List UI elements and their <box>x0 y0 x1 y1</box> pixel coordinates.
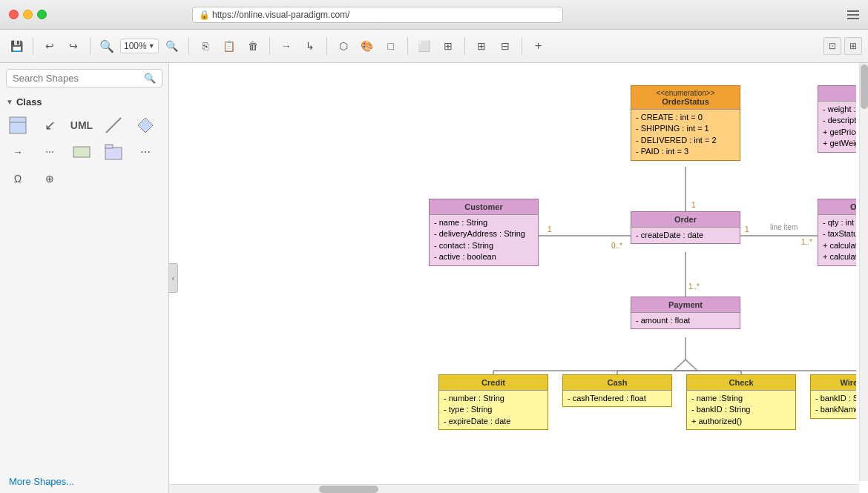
search-input[interactable] <box>13 73 144 84</box>
class-item[interactable]: Item - weight : float - description : St… <box>818 85 856 153</box>
undo-button[interactable]: ↩ <box>39 36 60 56</box>
toolbar-divider-4 <box>269 37 270 55</box>
shape-interface[interactable] <box>70 140 93 164</box>
canvas-area[interactable]: 1 1 0..* 1 0..* 1 line item 1..* 1..* <box>169 63 868 493</box>
add-button[interactable]: + <box>528 36 549 56</box>
class-wiretransfer-body: - bankID : String - bankName : String <box>811 391 856 418</box>
shape-plus[interactable]: ⊕ <box>38 167 62 191</box>
wiretransfer-attr-2: - bankName : String <box>815 404 856 415</box>
toolbar-divider-5 <box>326 37 327 55</box>
sidebar-section-class[interactable]: ▼ Class <box>0 93 168 110</box>
distribute-button[interactable]: ⊞ <box>438 36 458 56</box>
item-method-1: + getPriceForQuantity() <box>823 127 856 138</box>
svg-marker-3 <box>138 118 153 133</box>
class-order-header: Order <box>631 212 740 228</box>
class-wiretransfer[interactable]: WireTransfer - bankID : String - bankNam… <box>810 374 856 419</box>
menu-icon[interactable] <box>847 10 859 19</box>
toolbar: 💾 ↩ ↪ 🔍 100% ▼ 🔍 ⎘ 📋 🗑 → ↳ ⬡ 🎨 □ ⬜ ⊞ ⊞ ⊟… <box>0 30 868 63</box>
shape-class[interactable] <box>6 113 30 137</box>
wiretransfer-attr-1: - bankID : String <box>815 393 856 404</box>
sidebar: 🔍 ▼ Class ↙ UML → <box>0 63 169 493</box>
class-orderstatus[interactable]: <<enumeration>> OrderStatus - CREATE : i… <box>631 85 740 161</box>
svg-text:1: 1 <box>745 225 749 234</box>
scrollbar-vertical[interactable] <box>859 63 868 481</box>
class-customer-header: Customer <box>430 199 538 215</box>
scrollbar-thumb-vertical[interactable] <box>861 64 868 109</box>
class-cash-body: - cashTendered : float <box>563 391 671 406</box>
credit-attr-1: - number : String <box>444 393 543 404</box>
paste-button[interactable]: 📋 <box>219 36 240 56</box>
toolbar-divider-1 <box>33 37 33 55</box>
class-orderdetail[interactable]: OrderDetail - qty : int - taxStatus : St… <box>818 199 856 266</box>
align-button[interactable]: ⬜ <box>414 36 435 56</box>
toolbar-divider-2 <box>90 37 91 55</box>
class-orderstatus-header: <<enumeration>> OrderStatus <box>631 86 740 110</box>
orderstatus-attr-1: - CREATE : int = 0 <box>636 112 735 123</box>
toolbar-divider-3 <box>188 37 189 55</box>
search-icon: 🔍 <box>144 73 156 84</box>
elbow-button[interactable]: ↳ <box>300 36 320 56</box>
shape-text[interactable]: UML <box>70 113 93 137</box>
class-cash[interactable]: Cash - cashTendered : float <box>562 374 672 407</box>
format-button[interactable]: ⬡ <box>333 36 354 56</box>
svg-line-2 <box>106 118 121 133</box>
shape-arrow[interactable]: → <box>6 140 30 164</box>
class-payment[interactable]: Payment - amount : float <box>631 297 740 329</box>
shape-dots[interactable]: ⋯ <box>38 140 62 164</box>
orderstatus-attr-3: - DELIVERED : int = 2 <box>636 135 735 146</box>
collapse-sidebar-handle[interactable]: ‹ <box>169 263 178 293</box>
layout-tools: ⊡ ⊞ <box>823 37 862 55</box>
scrollbar-thumb-horizontal[interactable] <box>319 486 378 493</box>
connector-button[interactable]: → <box>276 36 297 56</box>
class-payment-header: Payment <box>631 297 740 313</box>
group-button[interactable]: ⊞ <box>471 36 492 56</box>
svg-text:1..*: 1..* <box>688 282 700 291</box>
uml-diagram: 1 1 0..* 1 0..* 1 line item 1..* 1..* <box>169 63 856 481</box>
shape-omega[interactable]: Ω <box>6 167 30 191</box>
toolbar-divider-8 <box>522 37 522 55</box>
class-credit-body: - number : String - type : String - expi… <box>439 391 548 429</box>
zoom-out-button[interactable]: 🔍 <box>96 36 117 56</box>
credit-attr-2: - type : String <box>444 404 543 415</box>
shape-note[interactable]: ↙ <box>38 113 62 137</box>
save-button[interactable]: 💾 <box>6 36 27 56</box>
orderstatus-attr-4: - PAID : int = 3 <box>636 146 735 157</box>
ungroup-button[interactable]: ⊟ <box>495 36 516 56</box>
class-credit[interactable]: Credit - number : String - type : String… <box>438 374 548 430</box>
more-shapes-link[interactable]: More Shapes... <box>0 470 168 493</box>
shape-package[interactable] <box>102 140 125 164</box>
class-orderdetail-header: OrderDetail <box>818 199 856 215</box>
svg-marker-22 <box>674 360 697 371</box>
class-order[interactable]: Order - createDate : date <box>631 211 740 244</box>
redo-button[interactable]: ↪ <box>63 36 84 56</box>
shape-line[interactable] <box>102 113 125 137</box>
zoom-dropdown-arrow[interactable]: ▼ <box>148 42 155 50</box>
scrollbar-horizontal[interactable] <box>169 484 859 493</box>
panel-layout-button[interactable]: ⊡ <box>823 37 841 55</box>
toolbar-divider-6 <box>407 37 408 55</box>
cash-attr-1: - cashTendered : float <box>568 393 667 404</box>
shape-diamond[interactable] <box>134 113 157 137</box>
copy-button[interactable]: ⎘ <box>195 36 216 56</box>
class-orderstatus-body: - CREATE : int = 0 - SHIPPING : int = 1 … <box>631 110 740 160</box>
zoom-in-button[interactable]: 🔍 <box>162 36 183 56</box>
fullscreen-button[interactable]: ⊞ <box>844 37 862 55</box>
zoom-control[interactable]: 100% ▼ <box>120 39 159 53</box>
minimize-button[interactable] <box>23 10 33 19</box>
url-bar[interactable]: 🔒 https://online.visual-paradigm.com/ <box>192 7 563 23</box>
maximize-button[interactable] <box>37 10 47 19</box>
shape-comment[interactable]: ⋯ <box>134 140 157 164</box>
orderstatus-attr-2: - SHIPPING : int = 1 <box>636 123 735 134</box>
customer-attr-4: - active : boolean <box>434 251 533 262</box>
delete-button[interactable]: 🗑 <box>243 36 263 56</box>
fill-button[interactable]: 🎨 <box>357 36 378 56</box>
section-label: Class <box>16 96 42 107</box>
url-text: https://online.visual-paradigm.com/ <box>212 10 349 20</box>
check-attr-1: - name :String <box>691 393 791 404</box>
class-item-body: - weight : float - description : String … <box>818 102 856 152</box>
class-check[interactable]: Check - name :String - bankID : String +… <box>686 374 796 430</box>
class-customer[interactable]: Customer - name : String - deliveryAddre… <box>429 199 539 266</box>
search-bar[interactable]: 🔍 <box>6 69 162 87</box>
close-button[interactable] <box>9 10 19 19</box>
border-button[interactable]: □ <box>381 36 401 56</box>
